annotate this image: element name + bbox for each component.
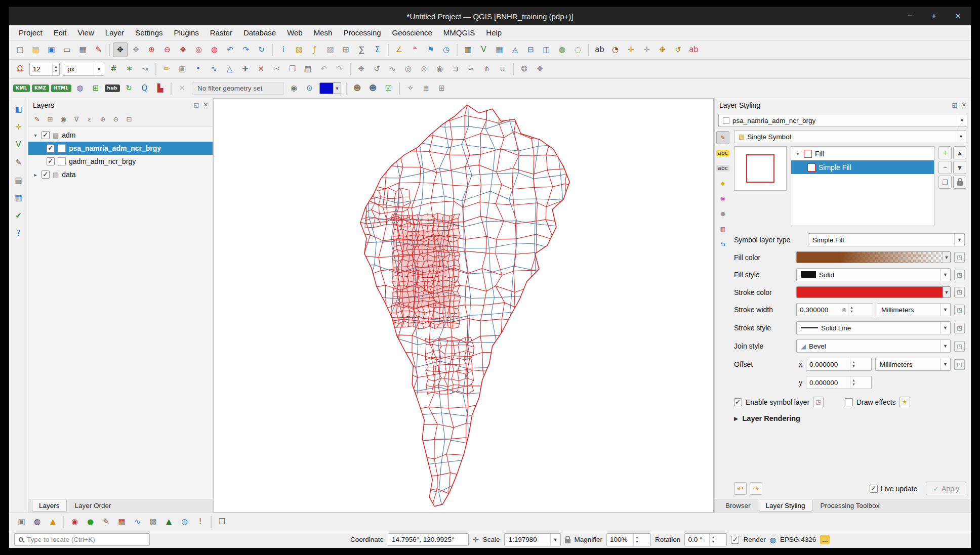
data-defined-override-icon[interactable]: ◳: [954, 270, 965, 280]
stroke-width-unit-combo[interactable]: Millimeters ▼: [877, 303, 951, 316]
layer-labeling-icon[interactable]: ab: [592, 42, 607, 57]
layout-checker-icon[interactable]: ▣: [14, 515, 29, 529]
menu-item[interactable]: Layer: [100, 25, 130, 40]
grid-tools-icon[interactable]: ▦: [11, 191, 26, 205]
point-green-icon[interactable]: ●: [83, 515, 98, 529]
expander-right-icon[interactable]: ▸: [32, 172, 38, 178]
expand-all-icon[interactable]: ⊕: [97, 113, 109, 125]
menu-item[interactable]: Processing: [338, 25, 386, 40]
data-defined-override-icon[interactable]: ◳: [954, 323, 965, 333]
coordinate-input[interactable]: [388, 533, 469, 546]
filter-legend-icon[interactable]: ∇: [70, 113, 83, 125]
redo-icon[interactable]: ↷: [332, 62, 347, 76]
hub-icon[interactable]: hub: [104, 81, 120, 96]
customize-effects-icon[interactable]: ★: [900, 397, 910, 407]
zoom-last-icon[interactable]: ↶: [223, 42, 237, 57]
minimize-button[interactable]: −: [905, 11, 915, 21]
styling-layer-combo[interactable]: psa_namria_adm_ncr_brgy ▼: [718, 114, 967, 127]
layer-checkbox[interactable]: [47, 157, 55, 165]
statistical-summary-icon[interactable]: Σ: [370, 42, 385, 57]
reshape-features-icon[interactable]: ≈: [464, 62, 478, 76]
add-postgis-layer-icon[interactable]: ◫: [539, 42, 554, 57]
deselect-features-icon[interactable]: ▨: [323, 42, 338, 57]
add-vector-layer-icon[interactable]: V: [476, 42, 491, 57]
print-icon[interactable]: ▤: [11, 173, 26, 188]
rotate-feature-icon[interactable]: ↺: [370, 62, 384, 76]
temporal-controller-icon[interactable]: ◷: [439, 42, 454, 57]
expander-down-icon[interactable]: ▾: [795, 151, 801, 156]
add-raster-layer-icon[interactable]: ▦: [492, 42, 507, 57]
tab-processing-toolbox[interactable]: Processing Toolbox: [813, 500, 887, 511]
data-defined-override-icon[interactable]: ◳: [954, 359, 965, 370]
world-search-icon[interactable]: ◍: [30, 515, 45, 529]
extents-icon[interactable]: ✛: [473, 536, 479, 543]
clear-filter-icon[interactable]: ✕: [175, 81, 189, 96]
float-panel-icon[interactable]: ◱: [193, 102, 198, 108]
gradient-icon[interactable]: ▩: [146, 515, 160, 529]
add-wfs-layer-icon[interactable]: ◌: [570, 42, 585, 57]
open-project-icon[interactable]: ▤: [28, 42, 43, 57]
vertex-tool-icon[interactable]: ✚: [238, 62, 253, 76]
add-mesh-layer-icon[interactable]: ◬: [508, 42, 522, 57]
rotate-label-icon[interactable]: ↺: [671, 42, 685, 57]
open-layer-styling-icon[interactable]: ✎: [31, 113, 43, 125]
map-canvas[interactable]: [214, 98, 714, 513]
data-defined-override-icon[interactable]: ◳: [954, 287, 965, 297]
menu-item[interactable]: Database: [238, 25, 281, 40]
processing-history-icon[interactable]: ◧: [11, 102, 26, 117]
zoom-next-icon[interactable]: ↷: [238, 42, 253, 57]
undo-style-button[interactable]: ↶: [734, 482, 747, 495]
collapse-all-icon[interactable]: ⊖: [110, 113, 122, 125]
snapping-toggle-icon[interactable]: Ω: [13, 62, 27, 76]
add-ring-icon[interactable]: ◎: [401, 62, 416, 76]
paste-features-icon[interactable]: ▤: [301, 62, 315, 76]
select-features-icon[interactable]: ▧: [292, 42, 306, 57]
symbol-layer-type-combo[interactable]: Simple Fill ▼: [808, 233, 965, 246]
style-manager-icon[interactable]: ✎: [91, 42, 106, 57]
add-delimited-text-icon[interactable]: ⊟: [523, 42, 538, 57]
move-symbol-layer-up-button[interactable]: ▲: [953, 146, 966, 159]
enable-symbol-layer-checkbox[interactable]: [734, 398, 742, 406]
move-feature-icon[interactable]: ✥: [354, 62, 369, 76]
pin-labels-icon[interactable]: ✛: [624, 42, 638, 57]
check-geometry-icon[interactable]: ✔: [11, 208, 26, 223]
identify-features-icon[interactable]: i: [276, 42, 291, 57]
layer-checkbox[interactable]: [42, 170, 50, 179]
pan-to-selection-icon[interactable]: ✥: [129, 42, 143, 57]
tab-browser[interactable]: Browser: [718, 500, 758, 511]
select-check-icon[interactable]: ☑: [381, 81, 396, 96]
zoom-to-selection-icon[interactable]: ◎: [191, 42, 206, 57]
snapping-tolerance-input[interactable]: [30, 65, 52, 73]
zoom-to-feature-icon[interactable]: ⊙: [302, 81, 317, 96]
duplicate-window-icon[interactable]: ❐: [215, 515, 229, 529]
titlebar[interactable]: *Untitled Project — QGIS [BNHR_training …: [9, 7, 971, 25]
add-wms-layer-icon[interactable]: ◍: [555, 42, 569, 57]
raster-tool-icon[interactable]: ▙: [153, 81, 168, 96]
spreadsheet-layers-icon[interactable]: ⊞: [89, 81, 103, 96]
spin-arrows-icon[interactable]: ▲▼: [633, 534, 640, 546]
magnifier-spinbox[interactable]: ▲▼: [606, 533, 651, 546]
log-warning-icon[interactable]: ▲: [46, 515, 60, 529]
add-symbol-layer-button[interactable]: ＋: [938, 146, 952, 159]
offset-y-input[interactable]: [806, 379, 850, 387]
split-features-icon[interactable]: ⋔: [479, 62, 494, 76]
spin-arrows-icon[interactable]: ▲▼: [52, 63, 59, 75]
scale-combo[interactable]: 1:197980 ▼: [504, 533, 561, 546]
magnifier-input[interactable]: [607, 536, 633, 543]
menu-item[interactable]: View: [72, 25, 100, 40]
save-edits-icon[interactable]: ▣: [175, 62, 190, 76]
menu-item[interactable]: Mesh: [308, 25, 338, 40]
panel-grid-icon[interactable]: ⊞: [434, 81, 449, 96]
apply-button[interactable]: ✓ Apply: [926, 482, 966, 495]
locate-input[interactable]: [27, 536, 145, 543]
spin-arrows-icon[interactable]: ▲▼: [850, 376, 857, 389]
menu-item[interactable]: Settings: [130, 25, 168, 40]
data-defined-override-icon[interactable]: ◳: [954, 305, 965, 315]
terrain-icon[interactable]: ▲: [161, 515, 176, 529]
data-defined-override-icon[interactable]: ◳: [813, 397, 824, 407]
measure-line-icon[interactable]: ∠: [392, 42, 406, 57]
join-style-combo[interactable]: ◢Bevel ▼: [796, 339, 951, 353]
labels-tab-icon[interactable]: abc: [716, 146, 729, 159]
sketch-icon[interactable]: ✎: [11, 155, 26, 170]
rotation-input[interactable]: [685, 536, 709, 543]
